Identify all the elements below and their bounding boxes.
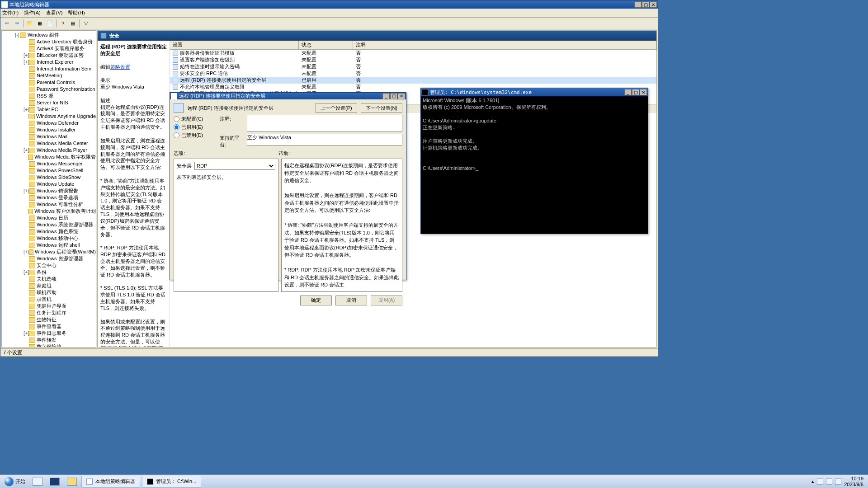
comment-field[interactable] [247,115,402,132]
tree-node[interactable]: 安全中心 [2,262,96,269]
filter-button[interactable]: ▽ [81,19,90,28]
list-row[interactable]: 服务器身份验证证书模板未配置否 [170,50,656,56]
cmd-maximize-button[interactable]: ▢ [632,89,639,95]
tree-node[interactable]: Windows Media 数字权限管 [2,154,96,160]
dlg-minimize-button[interactable]: _ [382,93,390,99]
cmd-close-button[interactable]: ✕ [640,89,647,95]
tree-node[interactable]: Windows 系统资源管理器 [2,221,96,228]
tree-node[interactable]: Windows Update [2,181,96,188]
tree-node[interactable]: Server for NIS [2,99,96,106]
col-setting[interactable]: 设置 [170,41,299,49]
tree-node[interactable]: Windows SideShow [2,174,96,181]
up-button[interactable]: 📁 [25,19,34,28]
col-state[interactable]: 状态 [299,41,353,49]
edit-policy-link[interactable]: 策略设置 [110,64,130,70]
security-layer-select[interactable]: RDP [194,162,275,170]
tree-node[interactable]: Windows 客户体验改善计划 [2,208,96,215]
tree-node[interactable]: Windows Messenger [2,160,96,167]
tree-node[interactable]: Windows Anytime Upgrade [2,113,96,120]
dlg-titlebar[interactable]: 远程 (RDP) 连接要求使用指定的安全层 _ ▢ ✕ [170,93,406,99]
tree-node[interactable]: [+]Windows 远程管理(WinRM) [2,249,96,255]
list-row[interactable]: 设置客户端连接加密级别未配置否 [170,56,656,63]
tree-node[interactable]: Windows Mail [2,133,96,140]
tree-node[interactable]: Windows 可靠性分析 [2,201,96,208]
radio-disabled[interactable]: 已禁用(D) [174,131,214,139]
back-button[interactable] [2,19,11,28]
dlg-close-button[interactable]: ✕ [398,93,405,99]
tree-node[interactable]: 关机选项 [2,276,96,282]
tree-node[interactable]: [+]备份 [2,269,96,276]
tree-node[interactable]: Windows Defender [2,120,96,127]
minimize-button[interactable]: _ [634,1,642,8]
properties-button[interactable]: ▤ [68,19,77,28]
tree-node[interactable]: [+]Windows Media Player [2,147,96,154]
tree-node[interactable]: Windows 远程 shell [2,242,96,249]
tree-node[interactable]: 事件查看器 [2,323,96,330]
cmd-body[interactable]: Microsoft Windows [版本 6.1.7601] 版权所有 (c)… [421,96,648,234]
cmd-titlebar[interactable]: 管理员: C:\Windows\system32\cmd.exe _ ▢ ✕ [421,88,648,96]
tree-node[interactable]: Windows PowerShell [2,167,96,174]
tree-node[interactable]: 事件转发 [2,337,96,343]
tree-node[interactable]: [+]Internet Explorer [2,59,96,66]
list-row[interactable]: 要求安全的 RPC 通信未配置否 [170,70,656,77]
show-hide-button[interactable]: ▦ [35,19,44,28]
tree-node[interactable]: Windows Installer [2,127,96,133]
apply-button[interactable]: 应用(A) [371,296,402,305]
tree-node[interactable]: ActiveX 安装程序服务 [2,45,96,52]
tree-node[interactable]: 任务计划程序 [2,310,96,316]
maximize-button[interactable]: ▢ [642,1,649,8]
help-button[interactable]: ? [58,19,67,28]
tray-chevron-icon[interactable]: ▴ [811,479,814,484]
tree-node[interactable]: NetMeeting [2,72,96,79]
task-item-cmd[interactable]: 管理员： C:\Win... [142,476,201,488]
tree-node[interactable]: Windows 资源管理器 [2,255,96,262]
tree-node[interactable]: [+]事件日志服务 [2,330,96,337]
help-box[interactable]: 指定在远程桌面协议(RDP)连接期间，是否要求使用特定安全层来保证客户端和 RD… [281,159,402,292]
tree-node[interactable]: Parental Controls [2,79,96,86]
radio-not-configured[interactable]: 未配置(C) [174,115,214,123]
tree-node[interactable]: Windows 登录选项 [2,194,96,201]
tray-sound-icon[interactable] [835,479,841,485]
menu-file[interactable]: 文件(F) [2,9,19,16]
pinned-powershell[interactable] [47,476,62,488]
tray-network-icon[interactable] [826,479,832,485]
radio-enabled[interactable]: 已启用(E) [174,123,214,131]
pinned-explorer[interactable] [30,476,45,488]
list-row[interactable]: 远程 (RDP) 连接要求使用指定的安全层已启用否 [170,77,656,84]
menu-help[interactable]: 帮助(H) [68,9,85,16]
tree-node[interactable]: Password Synchronization [2,86,96,93]
tree-node[interactable]: Windows 颜色系统 [2,228,96,235]
task-item-gpedit[interactable]: 本地组策略编辑器 [81,476,140,488]
tree-node[interactable]: [+]Tablet PC [2,106,96,113]
tree-node[interactable]: Active Directory 联合身份 [2,38,96,45]
tree-node[interactable]: 家庭组 [2,282,96,289]
tray-flag-icon[interactable] [817,479,823,485]
forward-button[interactable] [12,19,21,28]
col-note[interactable]: 注释 [353,41,656,49]
policy-tree[interactable]: [-]Windows 组件Active Directory 联合身份Active… [1,30,96,347]
pinned-filemgr[interactable] [64,476,80,488]
tree-node[interactable]: 凭据用户界面 [2,303,96,310]
tree-node[interactable]: [-]Windows 组件 [2,32,96,38]
prev-setting-button[interactable]: 上一个设置(P) [316,103,357,113]
ok-button[interactable]: 确定 [300,296,332,305]
dlg-maximize-button[interactable]: ▢ [390,93,397,99]
menu-action[interactable]: 操作(A) [24,9,41,16]
tree-node[interactable]: Windows 移动中心 [2,235,96,242]
tree-node[interactable]: 联机帮助 [2,289,96,296]
next-setting-button[interactable]: 下一个设置(N) [361,103,402,113]
start-button[interactable]: 开始 [2,476,28,487]
list-row[interactable]: 始终在连接时提示输入密码未配置否 [170,63,656,70]
tree-node[interactable]: Windows 日历 [2,215,96,221]
tree-node[interactable]: [+]BitLocker 驱动器加密 [2,52,96,59]
gp-titlebar[interactable]: 本地组策略编辑器 _ ▢ ✕ [0,0,658,9]
tree-node[interactable]: 生物特征 [2,316,96,323]
close-button[interactable]: ✕ [650,1,657,8]
cmd-minimize-button[interactable]: _ [624,89,632,95]
tree-node[interactable]: 录音机 [2,296,96,303]
taskbar-clock[interactable]: 10:19 2023/9/6 [844,476,863,487]
tree-node[interactable]: 数字保险箱 [2,343,96,347]
tree-node[interactable]: Windows Media Center [2,140,96,147]
cancel-button[interactable]: 取消 [335,296,367,305]
menu-view[interactable]: 查看(V) [46,9,63,16]
